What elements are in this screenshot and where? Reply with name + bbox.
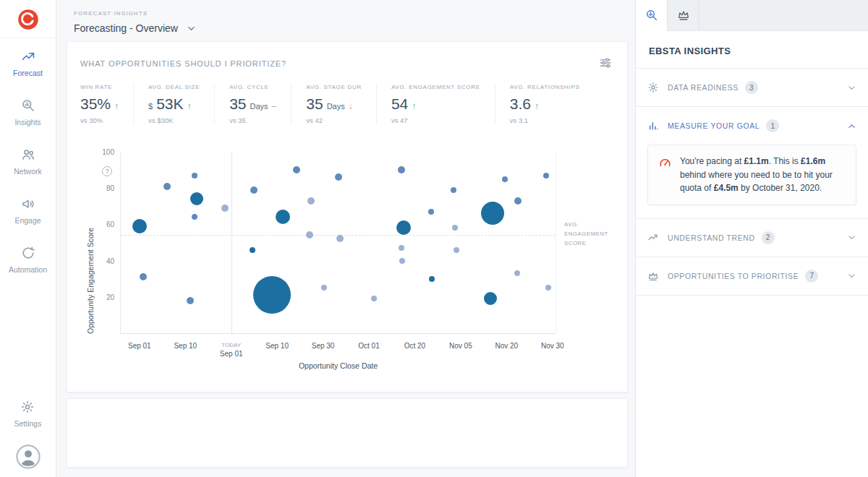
insight-section-data-readiness: DATA READINESS3 xyxy=(636,69,868,107)
opportunity-bubble[interactable] xyxy=(371,296,377,301)
opportunity-bubble[interactable] xyxy=(321,285,327,291)
x-tick-label: Sep 30 xyxy=(312,342,335,351)
card-header: WHAT OPPORTUNITIES SHOULD I PRIORITIZE? xyxy=(80,55,614,72)
opportunity-bubble[interactable] xyxy=(306,231,313,239)
forecast-icon xyxy=(21,49,35,64)
gear-icon xyxy=(647,82,659,93)
sidebar-item-automation[interactable]: Automation xyxy=(0,235,56,284)
opportunity-bubble[interactable] xyxy=(398,166,405,173)
kpi-comparison: vs 30% xyxy=(80,116,119,124)
app-window: ForecastInsightsNetworkEngageAutomation … xyxy=(0,0,868,477)
kpi-value: 35Days– xyxy=(229,95,276,113)
section-label: UNDERSTAND TREND xyxy=(668,233,755,242)
tab-insights-tab[interactable] xyxy=(636,0,668,30)
y-tick-label: 20 xyxy=(106,293,114,301)
sidebar-item-engage[interactable]: Engage xyxy=(0,186,56,235)
x-tick-label: Oct 01 xyxy=(358,342,379,351)
kpi-comparison: vs 47 xyxy=(391,116,480,124)
opportunity-bubble[interactable] xyxy=(276,210,290,224)
opportunity-bubble[interactable] xyxy=(543,173,549,179)
x-tick-label: Nov 20 xyxy=(495,342,518,351)
main-content: FORECAST INSIGHTS Forecasting - Overview… xyxy=(56,0,635,477)
sidebar-settings-slot: Settings xyxy=(14,389,42,438)
sidebar-item-label: Network xyxy=(14,167,42,176)
opportunity-bubble[interactable] xyxy=(396,220,411,235)
opportunity-bubble[interactable] xyxy=(336,235,344,242)
count-badge: 1 xyxy=(766,119,779,132)
alert-text: You're pacing at £1.1m. This is £1.6m be… xyxy=(680,155,846,195)
opportunity-bubble[interactable] xyxy=(514,197,522,205)
section-header-opportunities[interactable]: OPPORTUNITIES TO PRIORITISE7 xyxy=(636,257,868,295)
tab-prioritise-tab[interactable] xyxy=(668,0,699,30)
today-gridline xyxy=(231,152,232,333)
sidebar-item-forecast[interactable]: Forecast xyxy=(0,38,56,87)
insights-panel: EBSTA INSIGHTS DATA READINESS3MEASURE YO… xyxy=(635,0,868,477)
opportunity-bubble[interactable] xyxy=(132,219,147,233)
filter-settings-button[interactable] xyxy=(597,55,614,72)
opportunity-bubble[interactable] xyxy=(250,186,258,194)
section-header-data-readiness[interactable]: DATA READINESS3 xyxy=(636,69,868,106)
opportunity-bubble[interactable] xyxy=(221,205,229,212)
opportunity-bubble[interactable] xyxy=(451,187,456,193)
avatar[interactable] xyxy=(15,444,41,470)
y-tick-label: 80 xyxy=(106,184,114,192)
kpi-number: 54 xyxy=(391,95,408,113)
chevron-down-icon[interactable] xyxy=(847,271,856,280)
opportunity-bubble[interactable] xyxy=(428,209,434,215)
insights-title: EBSTA INSIGHTS xyxy=(636,31,868,69)
chevron-up-icon[interactable] xyxy=(847,121,856,131)
opportunity-bubble[interactable] xyxy=(307,197,315,205)
kpi-avg-cycle: AVG. CYCLE35Days–vs 35 xyxy=(214,84,291,124)
sidebar-item-settings[interactable]: Settings xyxy=(14,389,42,438)
opportunity-bubble[interactable] xyxy=(192,173,197,179)
section-label: DATA READINESS xyxy=(668,83,739,92)
section-header-measure-goal[interactable]: MEASURE YOUR GOAL1 xyxy=(636,107,868,145)
opportunity-bubble[interactable] xyxy=(399,245,404,251)
help-icon[interactable]: ? xyxy=(102,166,112,176)
section-header-understand-trend[interactable]: UNDERSTAND TREND2 xyxy=(636,219,868,257)
goal-pacing-alert: You're pacing at £1.1m. This is £1.6m be… xyxy=(647,145,856,205)
opportunity-bubble[interactable] xyxy=(192,214,197,220)
crown-icon xyxy=(647,270,659,282)
ebsta-logo-icon[interactable] xyxy=(0,0,56,38)
sidebar-item-label: Insights xyxy=(14,118,41,126)
trend-up-icon: ↑ xyxy=(535,101,539,111)
insights-icon xyxy=(21,98,35,113)
opportunity-bubble[interactable] xyxy=(454,247,459,253)
kpi-value: 3.6↑ xyxy=(510,95,580,113)
kpi-comparison: vs 35 xyxy=(229,116,276,124)
opportunity-bubble[interactable] xyxy=(187,297,194,304)
chevron-down-icon[interactable] xyxy=(847,83,856,93)
opportunity-bubble[interactable] xyxy=(250,247,255,253)
kpi-label: AVG. CYCLE xyxy=(229,84,276,90)
page-header: FORECAST INSIGHTS Forecasting - Overview xyxy=(67,7,628,41)
opportunity-bubble[interactable] xyxy=(484,292,497,305)
opportunity-bubble[interactable] xyxy=(399,258,405,264)
x-tick-label: TODAYSep 01 xyxy=(220,342,243,358)
opportunity-bubble[interactable] xyxy=(502,176,508,182)
opportunity-bubble[interactable] xyxy=(163,183,171,190)
sidebar-item-network[interactable]: Network xyxy=(0,137,56,186)
insights-tabs xyxy=(636,0,868,31)
kpi-number: 3.6 xyxy=(510,95,531,113)
opportunity-bubble[interactable] xyxy=(190,192,203,205)
kpi-label: WIN RATE xyxy=(80,84,119,90)
opportunity-bubble[interactable] xyxy=(481,202,504,225)
view-selector[interactable]: Forecasting - Overview xyxy=(74,22,628,34)
sidebar-nav: ForecastInsightsNetworkEngageAutomation xyxy=(0,38,56,284)
x-axis-label: Opportunity Close Date xyxy=(120,361,556,370)
kpi-number: 35 xyxy=(229,95,246,113)
chevron-down-icon[interactable] xyxy=(847,233,856,242)
opportunity-bubble[interactable] xyxy=(452,225,458,231)
sidebar-item-insights[interactable]: Insights xyxy=(0,87,56,137)
opportunity-bubble[interactable] xyxy=(253,276,291,314)
today-label: TODAY xyxy=(220,342,243,349)
gear-icon xyxy=(20,400,35,414)
opportunity-bubble[interactable] xyxy=(140,273,147,280)
opportunity-bubble[interactable] xyxy=(293,166,300,173)
opportunity-bubble[interactable] xyxy=(545,285,551,291)
x-tick-label: Nov 05 xyxy=(449,342,472,351)
opportunity-bubble[interactable] xyxy=(335,173,342,181)
opportunity-bubble[interactable] xyxy=(429,276,435,282)
opportunity-bubble[interactable] xyxy=(514,270,520,276)
